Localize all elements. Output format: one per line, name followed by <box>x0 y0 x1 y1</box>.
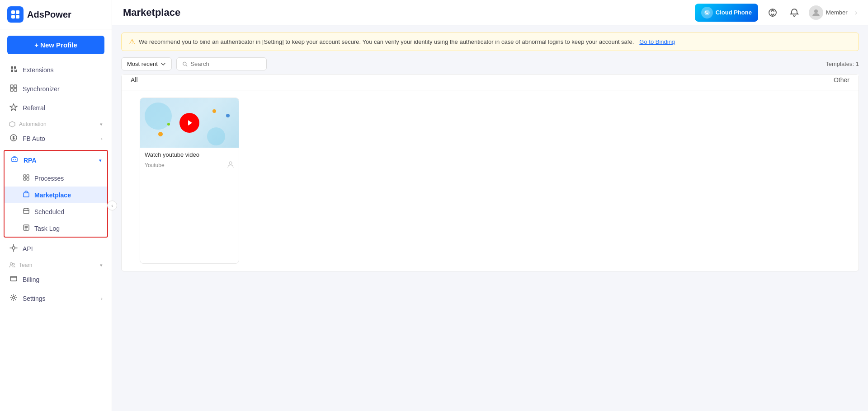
marketplace-label: Marketplace <box>34 191 71 199</box>
thumb-deco-2 <box>207 127 225 145</box>
template-card-watch-youtube[interactable]: Watch youtube video Youtube <box>140 98 239 264</box>
sidebar-item-processes[interactable]: Processes <box>5 170 107 187</box>
sync-icon-button[interactable] <box>765 5 780 20</box>
svg-point-30 <box>229 162 232 164</box>
svg-rect-23 <box>10 276 17 281</box>
sidebar-item-api[interactable]: API <box>0 239 112 258</box>
svg-rect-3 <box>16 15 19 19</box>
svg-rect-14 <box>27 175 29 177</box>
card-tag: Youtube <box>145 162 165 168</box>
sidebar-item-marketplace[interactable]: Marketplace <box>5 187 107 203</box>
svg-point-28 <box>183 62 186 65</box>
svg-marker-29 <box>188 120 192 126</box>
card-user-icon <box>227 161 234 170</box>
team-section[interactable]: Team ▾ <box>0 258 112 270</box>
svg-point-11 <box>13 159 14 160</box>
sidebar: AdsPower + New Profile Extensions Synchr… <box>0 0 112 411</box>
filter-tab-other[interactable]: Other <box>834 76 849 86</box>
fb-auto-arrow: › <box>101 136 103 141</box>
synchronizer-label: Synchronizer <box>23 85 60 93</box>
sidebar-item-rpa[interactable]: RPA ▾ <box>5 151 107 170</box>
svg-rect-13 <box>24 175 26 177</box>
notification-icon-button[interactable] <box>787 5 802 20</box>
app-name: AdsPower <box>27 9 71 20</box>
svg-rect-15 <box>24 178 26 180</box>
svg-point-22 <box>13 263 14 265</box>
toolbar-left: Most recent <box>121 57 267 70</box>
billing-label: Billing <box>23 276 39 283</box>
task-log-icon <box>23 224 30 233</box>
svg-rect-2 <box>11 15 15 19</box>
sidebar-item-billing[interactable]: Billing <box>0 270 112 289</box>
sidebar-navigation: Extensions Synchronizer Referral Automat… <box>0 61 112 411</box>
svg-rect-16 <box>27 178 29 180</box>
api-label: API <box>23 245 33 252</box>
automation-arrow: ▾ <box>100 121 103 127</box>
sort-dropdown[interactable]: Most recent <box>121 57 172 70</box>
new-profile-button[interactable]: + New Profile <box>7 36 104 54</box>
cards-grid: Watch youtube video Youtube <box>131 90 849 271</box>
processes-icon <box>23 174 30 182</box>
rpa-arrow: ▾ <box>99 158 102 163</box>
fb-auto-icon <box>9 134 18 144</box>
task-log-label: Task Log <box>34 225 60 232</box>
svg-rect-0 <box>11 10 15 14</box>
synchronizer-icon <box>9 84 18 94</box>
thumb-deco-1 <box>145 103 172 130</box>
card-info: Watch youtube video Youtube <box>140 148 239 173</box>
svg-rect-6 <box>10 89 13 91</box>
svg-point-24 <box>13 297 15 299</box>
alert-icon: ⚠ <box>129 37 135 46</box>
processes-label: Processes <box>34 175 64 182</box>
svg-rect-5 <box>14 85 17 88</box>
cloud-phone-button[interactable]: Cloud Phone <box>695 4 758 22</box>
filter-tab-all[interactable]: All <box>131 76 138 86</box>
go-to-binding-link[interactable]: Go to Binding <box>639 38 675 45</box>
card-thumbnail <box>140 98 239 148</box>
thumb-deco-6 <box>212 109 216 113</box>
extensions-label: Extensions <box>23 66 53 74</box>
filter-tabs: All Other <box>122 75 859 90</box>
extensions-icon <box>9 65 18 75</box>
thumb-deco-3 <box>158 132 163 136</box>
marketplace-icon <box>23 191 30 199</box>
user-avatar-area[interactable]: Member <box>809 5 848 20</box>
youtube-play-button <box>179 113 199 133</box>
automation-label: Automation <box>19 121 47 127</box>
sidebar-item-referral[interactable]: Referral <box>0 98 112 117</box>
rpa-icon <box>10 155 19 165</box>
sidebar-item-fb-auto[interactable]: FB Auto › <box>0 129 112 148</box>
alert-message: We recommend you to bind an authenticato… <box>139 38 634 45</box>
svg-rect-7 <box>14 89 17 91</box>
alert-banner: ⚠ We recommend you to bind an authentica… <box>121 33 859 51</box>
cloud-phone-label: Cloud Phone <box>716 9 752 16</box>
sidebar-collapse-button[interactable]: ‹ <box>107 201 117 210</box>
sidebar-item-scheduled[interactable]: Scheduled <box>5 203 107 220</box>
user-avatar <box>809 5 823 20</box>
cloud-phone-icon <box>701 7 713 19</box>
sidebar-item-extensions[interactable]: Extensions <box>0 61 112 79</box>
rpa-label: RPA <box>24 157 37 164</box>
cards-area: All Other <box>121 74 859 271</box>
scheduled-icon <box>23 207 30 216</box>
header: Marketplace Cloud Phone Member › <box>112 0 868 25</box>
header-expand-arrow: › <box>855 9 857 17</box>
svg-rect-10 <box>12 158 17 162</box>
svg-point-27 <box>814 9 818 13</box>
api-icon <box>9 244 18 254</box>
sidebar-item-synchronizer[interactable]: Synchronizer <box>0 79 112 98</box>
sidebar-item-task-log[interactable]: Task Log <box>5 220 107 237</box>
templates-count: Templates: 1 <box>826 61 859 67</box>
svg-rect-18 <box>24 209 29 214</box>
svg-rect-17 <box>24 193 29 197</box>
svg-rect-4 <box>10 85 13 88</box>
svg-marker-8 <box>10 104 17 111</box>
search-box <box>176 57 267 70</box>
settings-icon <box>9 294 18 304</box>
logo-area: AdsPower <box>0 0 112 29</box>
svg-point-25 <box>704 10 710 15</box>
search-input[interactable] <box>190 61 260 67</box>
automation-section[interactable]: Automation ▾ <box>0 117 112 129</box>
sidebar-item-settings[interactable]: Settings › <box>0 289 112 308</box>
settings-arrow: › <box>101 296 103 301</box>
